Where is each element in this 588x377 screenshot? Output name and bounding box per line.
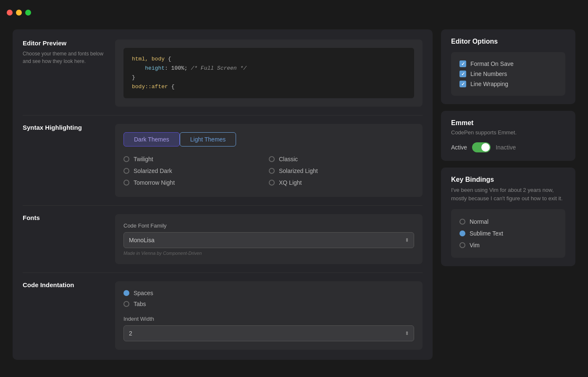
kb-vim-label: Vim [470,242,480,249]
tomorrow-night-label: Tomorrow Night [134,179,175,186]
twilight-radio[interactable] [123,156,129,162]
emmet-card: Emmet CodePen supports Emmet. Active Ina… [441,111,575,161]
theme-option-twilight[interactable]: Twilight [123,153,269,165]
indentation-content: Spaces Tabs Indent Width 2 4 8 [115,281,423,350]
xq-light-label: XQ Light [279,179,302,186]
toggle-knob [481,143,490,152]
light-themes-col: Classic Solarized Light XQ Light [269,153,414,188]
emmet-active-label: Active [451,144,467,151]
spaces-label: Spaces [134,290,153,296]
theme-option-tomorrow-night[interactable]: Tomorrow Night [123,177,269,188]
fonts-container: Code Font Family MonoLisa Fira Code JetB… [115,214,423,264]
code-line-4: body::after { [132,82,406,92]
left-panel: Editor Preview Choose your theme and fon… [13,29,433,360]
maximize-button[interactable] [25,10,31,16]
solarized-light-radio[interactable] [269,168,275,174]
font-select-wrapper: MonoLisa Fira Code JetBrains Mono Source… [123,232,414,248]
editor-options-card: Editor Options Format On Save Line Numbe… [441,29,575,104]
indent-container: Spaces Tabs Indent Width 2 4 8 [115,281,423,350]
syntax-highlighting-title: Syntax Highlighting [23,124,107,131]
editor-options-inner: Format On Save Line Numbers Line Wrappin… [451,52,565,96]
keybindings-description: I've been using Vim for about 2 years no… [451,186,565,202]
code-preview-content: html, body { height: 100%; /* Full Scree… [115,39,423,107]
main-container: Editor Preview Choose your theme and fon… [0,25,588,372]
line-numbers-row: Line Numbers [459,69,557,79]
fonts-content: Code Font Family MonoLisa Fira Code JetB… [115,214,423,264]
editor-preview-section: Editor Preview Choose your theme and fon… [23,39,423,115]
indent-type-group: Spaces Tabs [123,290,414,307]
emmet-title: Emmet [451,119,565,127]
themes-columns: Twilight Solarized Dark Tomorrow Night [123,153,414,188]
theme-option-solarized-dark[interactable]: Solarized Dark [123,165,269,177]
spaces-radio[interactable] [123,290,129,296]
fonts-section: Fonts Code Font Family MonoLisa Fira Cod… [23,206,423,273]
editor-preview-title: Editor Preview [23,39,107,47]
kb-sublime-label: Sublime Text [470,230,503,237]
tabs-option[interactable]: Tabs [123,301,414,307]
line-numbers-checkbox[interactable] [459,71,466,77]
fonts-label: Fonts [23,214,107,264]
dark-themes-tab[interactable]: Dark Themes [123,132,180,147]
line-numbers-label: Line Numbers [470,71,507,77]
indent-width-wrapper: 2 4 8 ⬍ [123,325,414,341]
xq-light-radio[interactable] [269,180,275,186]
syntax-highlighting-content: Dark Themes Light Themes Twilight Solari… [115,124,423,197]
kb-sublime-row[interactable]: Sublime Text [459,228,557,239]
keybindings-card: Key Bindings I've been using Vim for abo… [441,168,575,266]
spaces-option[interactable]: Spaces [123,290,414,296]
solarized-light-label: Solarized Light [279,168,318,174]
kb-sublime-radio[interactable] [459,230,465,236]
titlebar [0,0,588,25]
format-on-save-label: Format On Save [470,60,514,67]
line-wrapping-checkbox[interactable] [459,81,466,87]
syntax-highlighting-section: Syntax Highlighting Dark Themes Light Th… [23,115,423,206]
indent-width-select[interactable]: 2 4 8 [123,325,414,341]
twilight-label: Twilight [134,156,153,162]
line-wrapping-row: Line Wrapping [459,79,557,89]
light-themes-tab[interactable]: Light Themes [180,132,236,147]
keybindings-title: Key Bindings [451,176,565,183]
theme-option-solarized-light[interactable]: Solarized Light [269,165,414,177]
kb-vim-radio[interactable] [459,242,465,248]
emmet-inactive-label: Inactive [496,144,516,151]
theme-option-classic[interactable]: Classic [269,153,414,165]
emmet-toggle[interactable] [472,142,491,152]
kb-vim-row[interactable]: Vim [459,239,557,251]
right-panel: Editor Options Format On Save Line Numbe… [441,29,575,360]
classic-label: Classic [279,156,298,162]
code-line-1: html, body { [132,55,406,64]
solarized-dark-label: Solarized Dark [134,168,172,174]
kb-normal-radio[interactable] [459,219,465,225]
tabs-label: Tabs [134,301,146,307]
tabs-radio[interactable] [123,301,129,307]
editor-preview-label: Editor Preview Choose your theme and fon… [23,39,107,107]
code-indentation-section: Code Indentation Spaces Tabs Indent [23,273,423,350]
theme-option-xq-light[interactable]: XQ Light [269,177,414,188]
format-on-save-checkbox[interactable] [459,60,466,67]
classic-radio[interactable] [269,156,275,162]
kb-normal-label: Normal [470,218,488,225]
fonts-title: Fonts [23,214,107,221]
format-on-save-row: Format On Save [459,59,557,69]
tomorrow-night-radio[interactable] [123,180,129,186]
editor-options-title: Editor Options [451,38,565,45]
emmet-description: CodePen supports Emmet. [451,129,565,136]
dark-themes-col: Twilight Solarized Dark Tomorrow Night [123,153,269,188]
themes-container: Dark Themes Light Themes Twilight Solari… [115,124,423,197]
code-line-3: } [132,73,406,82]
close-button[interactable] [7,10,13,16]
indent-width-label: Indent Width [123,316,414,322]
code-indentation-label: Code Indentation [23,281,107,350]
code-indentation-title: Code Indentation [23,281,107,288]
font-hint: Made in Vienna by Component-Driven [123,251,414,256]
minimize-button[interactable] [16,10,22,16]
solarized-dark-radio[interactable] [123,168,129,174]
code-line-2: height: 100%; /* Full Screen */ [132,64,406,73]
editor-preview-description: Choose your theme and fonts below and se… [23,50,107,65]
code-inner: html, body { height: 100%; /* Full Scree… [123,48,414,98]
font-family-select[interactable]: MonoLisa Fira Code JetBrains Mono Source… [123,232,414,248]
line-wrapping-label: Line Wrapping [470,81,508,87]
themes-tabs: Dark Themes Light Themes [123,132,414,147]
emmet-toggle-row: Active Inactive [451,142,565,152]
kb-normal-row[interactable]: Normal [459,216,557,228]
